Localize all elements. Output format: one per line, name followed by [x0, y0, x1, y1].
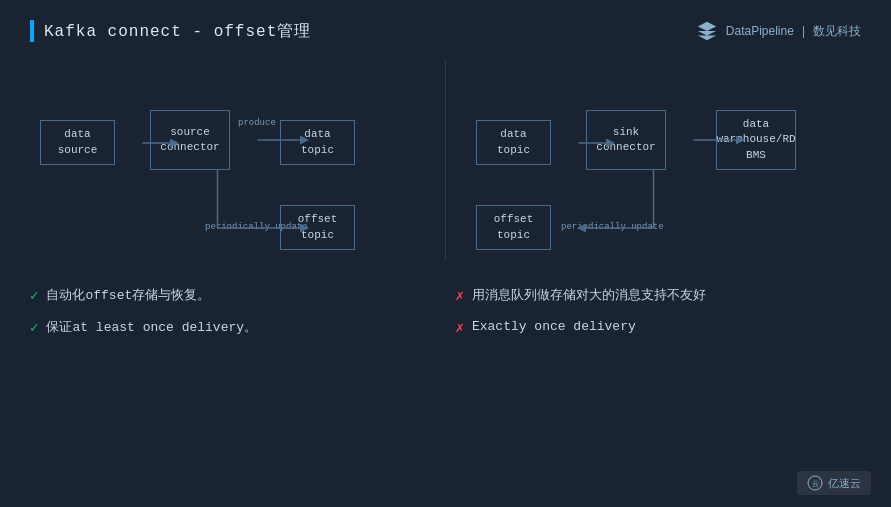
right-data-warehouse-box: datawarehouse/RDBMS: [716, 110, 796, 170]
bottom-area: ✓ 自动化offset存储与恢复。 ✓ 保证at least once deli…: [30, 280, 861, 349]
bullet-item-1: ✓ 自动化offset存储与恢复。: [30, 285, 436, 307]
brand-name: DataPipeline: [726, 24, 794, 38]
left-data-source-box: data source: [40, 120, 115, 165]
left-bullets: ✓ 自动化offset存储与恢复。 ✓ 保证at least once deli…: [30, 285, 436, 349]
left-periodically-label: periodically update: [205, 222, 308, 232]
right-periodically-label: periodically update: [561, 222, 664, 232]
left-source-connector-box: sourceconnector: [150, 110, 230, 170]
right-data-topic-box: data topic: [476, 120, 551, 165]
logo-divider: |: [802, 24, 805, 38]
title-bar: Kafka connect - offset管理 DataPipeline | …: [30, 20, 861, 42]
bullet-item-3: ✗ 用消息队列做存储对大的消息支持不友好: [456, 285, 862, 307]
bullet-icon-3: ✗: [456, 286, 464, 307]
bullet-icon-4: ✗: [456, 318, 464, 339]
watermark-icon: 云: [807, 475, 823, 491]
svg-text:云: 云: [812, 480, 819, 487]
slide-title: Kafka connect - offset管理: [44, 21, 311, 42]
bullet-text-1: 自动化offset存储与恢复。: [46, 285, 210, 306]
left-data-topic-box: data topic: [280, 120, 355, 165]
company-name: 数见科技: [813, 23, 861, 40]
title-accent: [30, 20, 34, 42]
logo-area: DataPipeline | 数见科技: [696, 20, 861, 42]
right-diagram: data topic sink connector datawarehouse/…: [466, 60, 861, 260]
bullet-text-2: 保证at least once delivery。: [46, 317, 257, 338]
left-produce-label: produce: [238, 118, 276, 128]
watermark-text: 亿速云: [828, 476, 861, 491]
slide: Kafka connect - offset管理 DataPipeline | …: [0, 0, 891, 507]
bullet-item-4: ✗ Exactly once delivery: [456, 317, 862, 339]
diagram-area: data source sourceconnector data topic o…: [30, 60, 861, 260]
diagram-divider: [445, 60, 446, 260]
bullet-item-2: ✓ 保证at least once delivery。: [30, 317, 436, 339]
left-diagram: data source sourceconnector data topic o…: [30, 60, 425, 260]
brand-logo-icon: [696, 20, 718, 42]
bullet-text-4: Exactly once delivery: [472, 317, 636, 337]
right-offset-topic-box: offset topic: [476, 205, 551, 250]
bullet-icon-1: ✓: [30, 286, 38, 307]
right-bullets: ✗ 用消息队列做存储对大的消息支持不友好 ✗ Exactly once deli…: [456, 285, 862, 349]
bullet-icon-2: ✓: [30, 318, 38, 339]
bullet-text-3: 用消息队列做存储对大的消息支持不友好: [472, 285, 706, 305]
right-sink-connector-box: sink connector: [586, 110, 666, 170]
watermark: 云 亿速云: [797, 471, 871, 495]
